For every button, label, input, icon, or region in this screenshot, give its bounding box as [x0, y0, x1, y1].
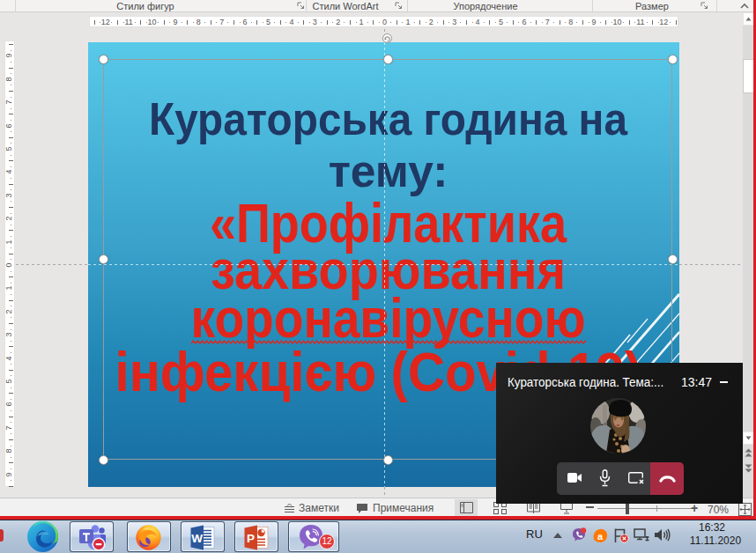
svg-text:P: P	[247, 532, 255, 545]
svg-text:W: W	[191, 532, 203, 545]
svg-text:a: a	[597, 531, 604, 542]
